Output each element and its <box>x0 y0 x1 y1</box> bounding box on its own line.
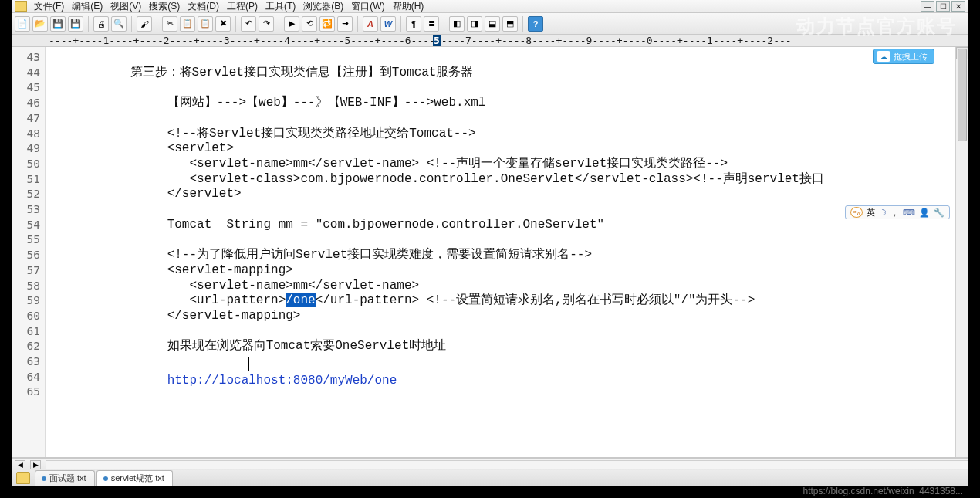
print-button[interactable]: 🖨 <box>93 16 109 32</box>
ime-logo-icon: Pw <box>850 207 863 218</box>
footer-url: https://blog.csdn.net/weixin_4431358... <box>803 486 963 496</box>
menu-item[interactable]: 浏览器(B) <box>299 0 347 14</box>
user-icon: 👤 <box>919 208 930 218</box>
word-wrap-button[interactable]: W <box>380 16 396 32</box>
hscroll-bar[interactable]: ◀ ▶ <box>12 458 968 470</box>
panel-bottom-button[interactable]: ⬓ <box>485 16 500 32</box>
cloud-icon: ☁ <box>877 51 890 62</box>
delete-button[interactable]: ✖ <box>215 16 231 32</box>
copy-button[interactable]: 📋 <box>180 16 195 32</box>
keyboard-icon: ⌨ <box>903 208 915 218</box>
tab-dot-icon <box>103 476 108 481</box>
minimize-button[interactable]: — <box>921 1 934 12</box>
play-macro-button[interactable]: ⟲ <box>302 16 317 32</box>
menu-item[interactable]: 帮助(H) <box>389 0 428 14</box>
ime-lang: 英 <box>867 207 875 219</box>
font-color-button[interactable]: A <box>363 16 378 32</box>
panel-left-button[interactable]: ◧ <box>449 16 465 32</box>
line-gutter: 4344454647484950515253545556575859606162… <box>12 47 46 457</box>
document-tab[interactable]: 面试题.txt <box>35 470 95 486</box>
panel-top-button[interactable]: ⬒ <box>502 16 518 32</box>
new-file-button[interactable]: 📄 <box>15 16 30 32</box>
redo-button[interactable]: ↷ <box>259 16 274 32</box>
menu-item[interactable]: 工程(P) <box>223 0 262 14</box>
tab-dot-icon <box>42 476 46 481</box>
open-file-button[interactable]: 📂 <box>32 16 48 32</box>
show-invisible-button[interactable]: ¶ <box>406 16 421 32</box>
save-all-button[interactable]: 💾 <box>68 16 83 32</box>
tab-label: servlet规范.txt <box>111 473 164 484</box>
save-button[interactable]: 💾 <box>50 16 66 32</box>
print-preview-button[interactable]: 🔍 <box>111 16 127 32</box>
app-icon <box>15 1 27 12</box>
text-editor[interactable]: 第三步：将Servlet接口实现类信息【注册】到Tomcat服务器 【网站】--… <box>46 47 968 457</box>
ruler: ----+----1----+----2----+----3----+----4… <box>12 35 968 47</box>
close-button[interactable]: ✕ <box>951 1 965 12</box>
tab-label: 面试题.txt <box>49 473 86 484</box>
settings-icon: 🔧 <box>934 208 945 218</box>
vertical-scrollbar[interactable] <box>955 47 968 457</box>
moon-icon: ☽ <box>879 208 887 218</box>
ruler-column-marker: 5 <box>433 35 441 47</box>
record-macro-button[interactable]: ▶ <box>284 16 299 32</box>
menu-item[interactable]: 窗口(W) <box>347 0 388 14</box>
indent-guides-button[interactable]: ≣ <box>424 16 439 32</box>
menu-item[interactable]: 文件(F) <box>30 0 68 14</box>
drag-upload-button[interactable]: ☁ 拖拽上传 <box>873 49 934 64</box>
toolbar: 📄📂💾💾🖨🔍🖌✂📋📋✖↶↷▶⟲🔁➜AW¶≣◧◨⬓⬒? <box>12 13 968 35</box>
menu-item[interactable]: 文档(D) <box>184 0 223 14</box>
copy-format-button[interactable]: 🖌 <box>137 16 152 32</box>
menu-bar: 文件(F)编辑(E)视图(V)搜索(S)文档(D)工程(P)工具(T)浏览器(B… <box>12 0 968 13</box>
ime-indicator[interactable]: Pw 英 ☽ ， ⌨ 👤 🔧 <box>845 205 950 219</box>
comma-icon: ， <box>890 207 899 219</box>
menu-item[interactable]: 搜索(S) <box>145 0 184 14</box>
menu-item[interactable]: 视图(V) <box>106 0 145 14</box>
undo-button[interactable]: ↶ <box>241 16 256 32</box>
document-tab[interactable]: servlet规范.txt <box>96 470 173 486</box>
goto-button[interactable]: ➜ <box>337 16 353 32</box>
upload-label: 拖拽上传 <box>894 51 928 63</box>
maximize-button[interactable]: ☐ <box>936 1 950 12</box>
menu-item[interactable]: 工具(T) <box>262 0 299 14</box>
ruler-text: ----+----1----+----2----+----3----+----4… <box>12 35 792 46</box>
editor-area: 4344454647484950515253545556575859606162… <box>12 47 968 458</box>
help-button[interactable]: ? <box>528 16 543 32</box>
cut-button[interactable]: ✂ <box>162 16 177 32</box>
paste-button[interactable]: 📋 <box>198 16 213 32</box>
replace-button[interactable]: 🔁 <box>319 16 335 32</box>
panel-right-button[interactable]: ◨ <box>467 16 482 32</box>
folder-icon[interactable] <box>16 472 30 484</box>
document-tab-bar: 面试题.txtservlet规范.txt <box>12 470 968 486</box>
menu-item[interactable]: 编辑(E) <box>68 0 106 14</box>
